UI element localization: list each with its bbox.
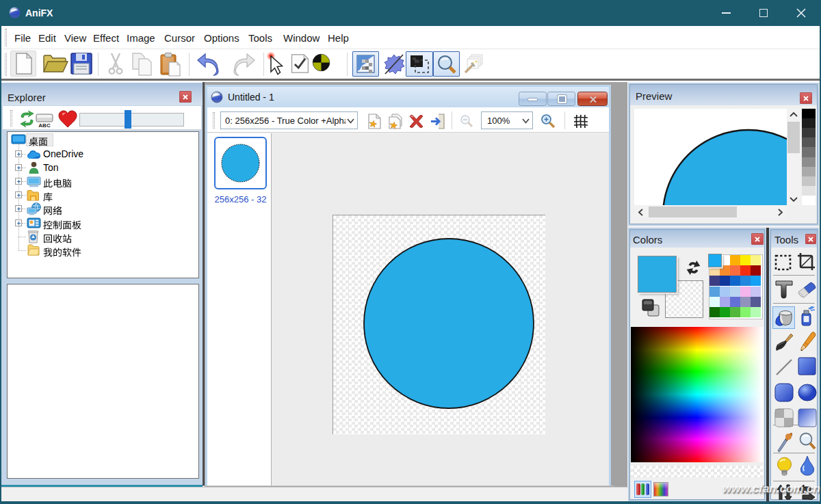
svg-text:ABC: ABC — [38, 122, 51, 128]
